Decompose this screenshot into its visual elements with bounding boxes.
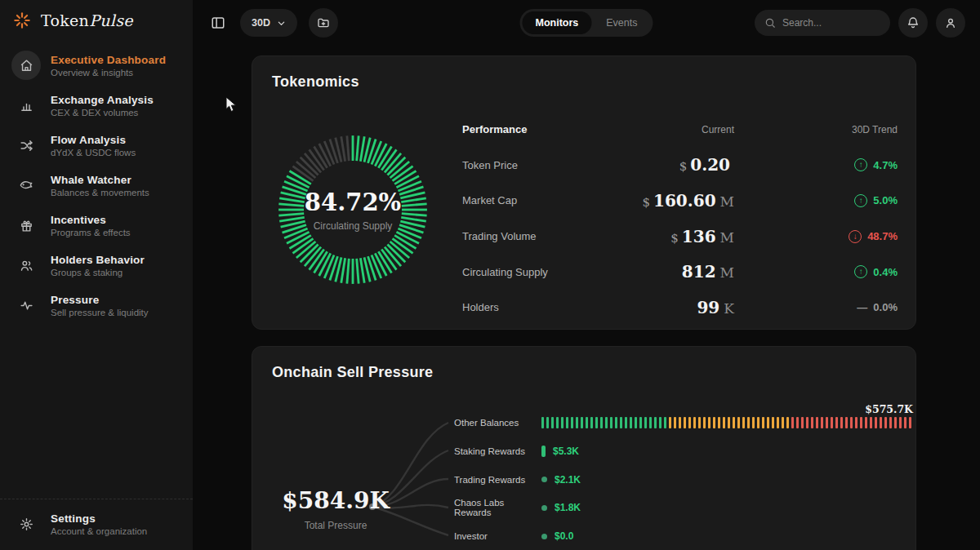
notifications-button[interactable] xyxy=(898,8,928,38)
row-trend: —0.0% xyxy=(734,301,898,313)
tokenomics-title: Tokenomics xyxy=(252,56,915,91)
sidebar: TokenPulse Executive Dashboard Overview … xyxy=(0,0,193,550)
date-range-value: 30D xyxy=(252,17,270,29)
date-range-dropdown[interactable]: 30D xyxy=(240,9,297,37)
sidebar-item-holders-behavior[interactable]: Holders Behavior Groups & staking xyxy=(0,251,193,280)
nav-label: Pressure xyxy=(51,294,149,306)
folder-plus-icon xyxy=(317,16,330,29)
pressure-row-value: $5.3K xyxy=(553,446,579,457)
row-trend: ↓48.7% xyxy=(734,230,898,243)
sell-pressure-card: Onchain Sell Pressure $584.9K Total Pres… xyxy=(252,346,916,550)
gear-icon xyxy=(11,509,41,539)
whale-icon xyxy=(11,171,41,200)
users-icon xyxy=(11,251,41,280)
brand: TokenPulse xyxy=(0,0,193,39)
nav-sublabel: CEX & DEX volumes xyxy=(51,108,154,118)
row-current-value: $0.20 xyxy=(620,155,734,175)
circulating-supply-donut-chart: 84.72% Circulating Supply xyxy=(271,128,434,291)
pressure-row-investor: Investor $0.0 xyxy=(454,522,896,550)
sidebar-item-settings[interactable]: Settings Account & organization xyxy=(11,509,181,539)
row-current-value: $160.60M xyxy=(620,191,734,211)
pressure-row-label: Chaos Labs Rewards xyxy=(454,498,541,517)
search-box[interactable] xyxy=(755,10,890,36)
row-trend: ↑5.0% xyxy=(734,194,898,207)
topbar: 30D Monitors Events xyxy=(193,0,980,46)
sidebar-nav: Executive Dashboard Overview & insights … xyxy=(0,51,193,320)
dot-marker xyxy=(541,534,547,539)
sidebar-item-whale-watcher[interactable]: Whale Watcher Balances & movements xyxy=(0,171,193,200)
sidebar-item-flow-analysis[interactable]: Flow Analysis dYdX & USDC flows xyxy=(0,131,193,160)
pressure-row-staking-rewards: Staking Rewards $5.3K xyxy=(454,437,896,466)
nav-label: Incentives xyxy=(51,214,131,226)
shuffle-icon xyxy=(11,131,41,160)
sidebar-item-exchange-analysis[interactable]: Exchange Analysis CEX & DEX volumes xyxy=(0,91,193,120)
nav-sublabel: Balances & movements xyxy=(51,188,149,197)
gift-icon xyxy=(11,211,41,240)
total-pressure: $584.9K Total Pressure xyxy=(267,487,404,531)
chevron-down-icon xyxy=(277,19,286,28)
row-trend: ↑4.7% xyxy=(734,158,898,171)
add-folder-button[interactable] xyxy=(309,8,338,38)
sidebar-item-incentives[interactable]: Incentives Programs & effects xyxy=(0,211,193,240)
nav-label: Settings xyxy=(51,512,147,525)
pressure-row-label: Staking Rewards xyxy=(454,446,541,456)
pressure-row-label: Other Balances xyxy=(454,418,541,428)
sparkle-logo-icon xyxy=(11,10,33,31)
other-balances-value: $575.7K xyxy=(865,403,913,415)
row-label: Trading Volume xyxy=(462,230,620,242)
home-icon xyxy=(11,51,41,80)
pressure-row-chaos-labs-rewards: Chaos Labs Rewards $1.8K xyxy=(454,494,896,522)
sidebar-toggle-icon[interactable] xyxy=(207,12,229,33)
row-label: Circulating Supply xyxy=(462,266,620,278)
flat-dash-icon: — xyxy=(857,301,867,313)
performance-table: Performance Current 30D Trend Token Pric… xyxy=(462,112,898,326)
total-pressure-value: $584.9K xyxy=(267,487,404,514)
tab-monitors[interactable]: Monitors xyxy=(523,11,592,34)
nav-label: Executive Dashboard xyxy=(51,54,166,66)
table-header-performance: Performance xyxy=(462,123,620,135)
account-button[interactable] xyxy=(936,8,965,38)
dot-marker xyxy=(541,477,547,482)
user-icon xyxy=(944,16,957,29)
row-label: Token Price xyxy=(462,159,620,171)
arrow-up-circle-icon: ↑ xyxy=(854,265,867,278)
donut-spokes xyxy=(271,128,434,291)
sidebar-item-executive-dashboard[interactable]: Executive Dashboard Overview & insights xyxy=(0,51,193,80)
row-current-value: 99K xyxy=(620,298,734,317)
main-content: Tokenomics 84.72% Circulating Supply Per… xyxy=(193,46,980,550)
sell-pressure-title: Onchain Sell Pressure xyxy=(252,347,915,381)
table-header-current: Current xyxy=(620,124,734,135)
total-pressure-label: Total Pressure xyxy=(267,520,404,531)
bell-icon xyxy=(906,16,920,29)
brand-name: TokenPulse xyxy=(41,11,133,29)
nav-label: Flow Analysis xyxy=(51,134,136,146)
sidebar-item-pressure[interactable]: Pressure Sell pressure & liquidity xyxy=(0,291,193,320)
nav-sublabel: Sell pressure & liquidity xyxy=(51,308,149,317)
row-trend: ↑0.4% xyxy=(734,265,898,278)
pulse-icon xyxy=(11,291,41,320)
nav-sublabel: Account & organization xyxy=(51,526,147,536)
search-icon xyxy=(764,17,776,29)
nav-sublabel: Programs & effects xyxy=(51,228,131,237)
nav-sublabel: Groups & staking xyxy=(51,268,145,277)
tab-events[interactable]: Events xyxy=(593,11,650,34)
search-input[interactable] xyxy=(782,17,872,29)
nav-label: Exchange Analysis xyxy=(51,94,154,106)
tokenomics-card: Tokenomics 84.72% Circulating Supply Per… xyxy=(252,55,916,330)
bar-marker xyxy=(541,446,546,457)
sell-pressure-rows: Other Balances $575.7K Staking Rewards $… xyxy=(454,409,896,550)
pressure-row-value: $0.0 xyxy=(555,530,573,542)
row-label: Market Cap xyxy=(462,194,620,206)
table-header-30d-trend: 30D Trend xyxy=(734,124,898,135)
pressure-row-other-balances: Other Balances $575.7K xyxy=(454,409,896,437)
nav-label: Holders Behavior xyxy=(51,254,145,266)
dot-marker xyxy=(541,505,547,511)
sidebar-footer: Settings Account & organization xyxy=(0,499,193,550)
pressure-row-value: $2.1K xyxy=(555,474,581,486)
arrow-up-circle-icon: ↑ xyxy=(854,194,867,207)
pressure-row-value: $1.8K xyxy=(555,502,581,513)
nav-sublabel: Overview & insights xyxy=(51,68,166,78)
monitors-events-toggle: Monitors Events xyxy=(520,9,653,37)
pressure-row-label: Trading Rewards xyxy=(454,475,541,485)
pressure-row-label: Investor xyxy=(454,531,541,541)
